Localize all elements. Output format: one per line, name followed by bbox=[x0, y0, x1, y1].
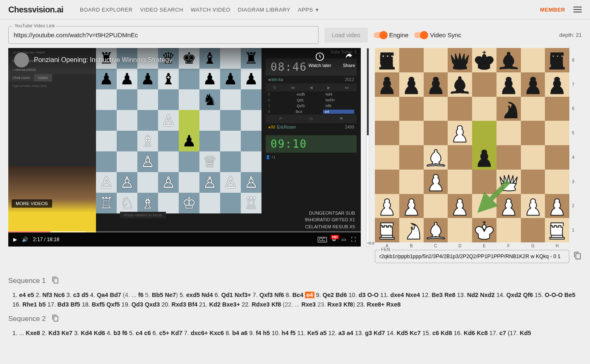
engine-label: Engine bbox=[389, 31, 409, 38]
copy-fen-icon[interactable] bbox=[573, 251, 582, 261]
move-list[interactable]: 1. e4 e5 2. Nf3 Nc6 3. c3 d5 4. Qa4 Bd7 … bbox=[12, 290, 582, 309]
main-nav: BOARD EXPLORER VIDEO SEARCH WATCH VIDEO … bbox=[80, 7, 540, 13]
fen-input[interactable] bbox=[375, 250, 569, 263]
fen-row: FEN bbox=[375, 250, 582, 263]
inner-move-list: 5exd5Nd46Qd1Nxf3+7Qxf3Nf68Bc4e4 bbox=[266, 91, 357, 115]
channel-avatar[interactable] bbox=[14, 53, 29, 67]
more-videos-button[interactable]: MORE VIDEOS bbox=[12, 199, 52, 208]
sync-toggle-group: Video Sync bbox=[414, 31, 461, 38]
nav-video-search[interactable]: VIDEO SEARCH bbox=[140, 7, 183, 13]
video-time: 2:17 / 18:18 bbox=[33, 237, 59, 242]
video-sync-toggle[interactable] bbox=[414, 32, 427, 38]
member-link[interactable]: MEMBER bbox=[540, 7, 565, 13]
notes-placeholder: Type private notes here bbox=[8, 81, 96, 90]
fullscreen-icon[interactable]: ⛶ bbox=[351, 237, 356, 242]
watch-later-button[interactable]: Watch later bbox=[308, 52, 331, 68]
video-player[interactable]: Ponziani Opening: Instructive Winning St… bbox=[8, 48, 361, 247]
dropdown-arrow-icon: ▾ bbox=[316, 7, 319, 13]
nav-board-explorer[interactable]: BOARD EXPLORER bbox=[80, 7, 133, 13]
video-controls: ▶ 🔊 2:17 / 18:18 CC ⚙HD ▭ ⛶ bbox=[8, 232, 361, 247]
fen-label: FEN bbox=[379, 247, 392, 252]
youtube-url-input[interactable] bbox=[9, 26, 318, 43]
copy-sequence-icon[interactable] bbox=[52, 276, 59, 285]
eval-bar: +0.5 bbox=[367, 48, 369, 247]
sequence-header: Sequence 1 bbox=[8, 276, 582, 285]
watch-later-label: Watch later bbox=[308, 63, 331, 68]
action-icons: ↶½⚑ bbox=[266, 115, 357, 123]
video-sidebar: 10+0 • Casual • Rapid EricRosen (2499) ○… bbox=[8, 48, 96, 232]
menu-icon[interactable] bbox=[573, 7, 582, 12]
analysis-column: ABCDEFGH87654321 FEN bbox=[375, 48, 582, 263]
chat-tab: Chat room bbox=[8, 74, 34, 81]
miniplayer-icon[interactable]: ▭ bbox=[341, 237, 346, 242]
volume-icon[interactable]: 🔊 bbox=[22, 237, 28, 242]
video-content: 10+0 • Casual • Rapid EricRosen (2499) ○… bbox=[8, 48, 361, 232]
video-top-overlay: Ponziani Opening: Instructive Winning St… bbox=[8, 48, 361, 72]
sequence-title: Sequence 1 bbox=[8, 277, 46, 285]
load-video-button[interactable]: Load video bbox=[324, 28, 368, 43]
engine-depth: depth: 21 bbox=[559, 32, 582, 38]
stream-alerts: DUNGEONTSAR SUB 95HORATIO GIFTED X1 CELA… bbox=[305, 210, 355, 230]
move-nav-icons: ↻⏮◀▶⏭ bbox=[266, 84, 357, 91]
spectators: 👤 +1 bbox=[266, 155, 357, 159]
header: Chessvision.ai BOARD EXPLORER VIDEO SEAR… bbox=[0, 0, 590, 19]
header-right: MEMBER bbox=[540, 7, 582, 13]
sequence-header: Sequence 2 bbox=[8, 314, 582, 323]
top-player: ● nim-ka2012 bbox=[266, 76, 357, 84]
share-button[interactable]: Share bbox=[343, 52, 355, 68]
move-list[interactable]: 1. ... Kxe8 2. Kd3 Ke7 3. Kd4 Kd6 4. b3 … bbox=[12, 328, 582, 338]
video-right-panel: Subs Today: 6 08:46 ● nim-ka2012 ↻⏮◀▶⏭ 5… bbox=[261, 48, 361, 232]
sequence-title: Sequence 2 bbox=[8, 315, 46, 323]
bot-player: ● IMEricRosen2499 bbox=[266, 123, 357, 131]
sequences: Sequence 1 1. e4 e5 2. Nf3 Nc6 3. c3 d5 … bbox=[0, 263, 590, 347]
fen-fieldset: FEN bbox=[375, 250, 569, 263]
url-fieldset: YouTube Video Link bbox=[8, 26, 319, 44]
nav-diagram-library[interactable]: DIAGRAM LIBRARY bbox=[238, 7, 290, 13]
nav-watch-video[interactable]: WATCH VIDEO bbox=[191, 7, 230, 13]
notes-tab: Notes bbox=[34, 74, 52, 81]
inner-chess-board: ♜♛♚♝♜♟♟♟♝♟♟♟♞♙♗♟♙♕♙♙♙♙♙♙♖♘♗♔♖ bbox=[96, 48, 261, 213]
logo[interactable]: Chessvision.ai bbox=[8, 5, 63, 14]
nav-apps-label: APPS bbox=[298, 7, 313, 13]
eval-value: +0.5 bbox=[367, 241, 369, 245]
engine-toggle-group: Engine bbox=[374, 31, 409, 38]
main: Ponziani Opening: Instructive Winning St… bbox=[0, 48, 590, 263]
engine-toggle[interactable] bbox=[374, 32, 386, 38]
play-icon[interactable]: ▶ bbox=[13, 237, 17, 242]
cc-button[interactable]: CC bbox=[318, 237, 327, 242]
settings-icon[interactable]: ⚙HD bbox=[332, 237, 336, 242]
video-column: Ponziani Opening: Instructive Winning St… bbox=[8, 48, 361, 263]
nav-apps[interactable]: APPS ▾ bbox=[298, 7, 319, 13]
analysis-board[interactable]: ABCDEFGH87654321 bbox=[375, 48, 569, 242]
copy-sequence-icon[interactable] bbox=[52, 314, 59, 323]
url-label: YouTube Video Link bbox=[13, 23, 56, 28]
video-title: Ponziani Opening: Instructive Winning St… bbox=[34, 56, 303, 64]
sync-label: Video Sync bbox=[430, 31, 461, 38]
bot-clock: 09:10 bbox=[266, 135, 357, 153]
focus-hint: Press <enter> to focus bbox=[120, 212, 166, 218]
controls-row: YouTube Video Link Load video Engine Vid… bbox=[0, 19, 590, 48]
share-label: Share bbox=[343, 63, 355, 68]
